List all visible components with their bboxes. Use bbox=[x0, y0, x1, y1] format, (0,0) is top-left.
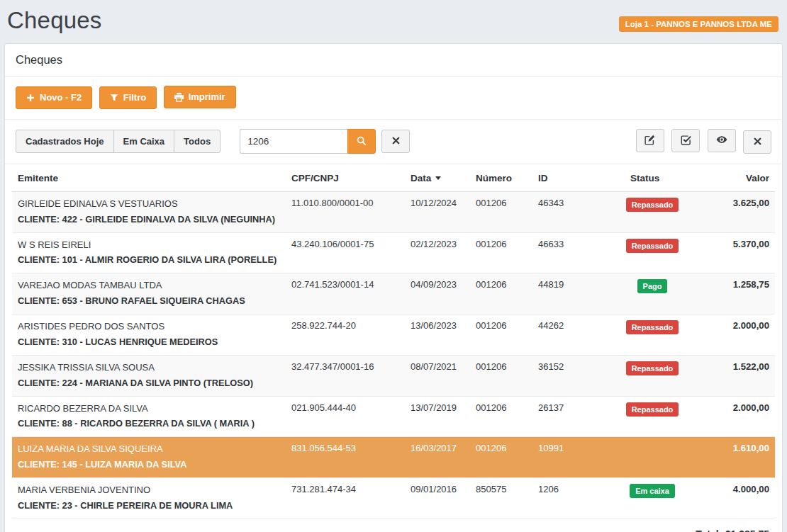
edit-button[interactable] bbox=[636, 129, 664, 152]
emitente-name: GIRLEIDE EDINALVA S VESTUARIOS bbox=[18, 198, 280, 211]
filter-icon bbox=[110, 94, 118, 102]
panel-header: Cheques bbox=[5, 44, 782, 77]
cpf-cnpj-value: 831.056.544-53 bbox=[286, 437, 405, 478]
filter-tab-todos[interactable]: Todos bbox=[174, 130, 221, 154]
status-badge: Repassado bbox=[626, 361, 679, 375]
table-header-row: Emitente CPF/CNPJ Data Número ID Status … bbox=[12, 164, 775, 192]
cliente-info: CLIENTE: 145 - LUIZA MARIA DA SILVA bbox=[18, 458, 280, 471]
cheque-id: 44819 bbox=[532, 273, 609, 315]
cliente-info: CLIENTE: 101 - ALMIR ROGERIO DA SILVA LI… bbox=[18, 254, 280, 266]
table-row[interactable]: ARISTIDES PEDRO DOS SANTOS CLIENTE: 310 … bbox=[12, 315, 775, 356]
cheque-value: 1.610,00 bbox=[696, 437, 775, 478]
cheque-date: 16/03/2017 bbox=[405, 437, 470, 478]
table-row[interactable]: GIRLEIDE EDINALVA S VESTUARIOS CLIENTE: … bbox=[12, 191, 775, 232]
new-button[interactable]: Novo - F2 bbox=[16, 86, 92, 109]
select-button[interactable] bbox=[671, 129, 700, 152]
status-badge: Pago bbox=[637, 279, 668, 293]
cheque-value: 1.522,00 bbox=[696, 355, 775, 396]
quick-filter-group: Cadastrados Hoje Em Caixa Todos bbox=[16, 130, 221, 154]
col-header-status[interactable]: Status bbox=[609, 164, 696, 192]
col-header-valor[interactable]: Valor bbox=[696, 164, 775, 192]
cpf-cnpj-value: 258.922.744-20 bbox=[286, 315, 405, 356]
cheque-id: 46343 bbox=[532, 191, 609, 232]
cheque-number: 850575 bbox=[470, 478, 532, 519]
cheque-value: 4.000,00 bbox=[696, 478, 775, 519]
cliente-info: CLIENTE: 88 - RICARDO BEZERRA DA SILVA (… bbox=[18, 417, 280, 430]
cheque-number: 001206 bbox=[470, 191, 532, 232]
emitente-name: ARISTIDES PEDRO DOS SANTOS bbox=[18, 320, 280, 334]
check-square-icon bbox=[681, 135, 691, 148]
print-button[interactable]: Imprimir bbox=[164, 86, 236, 108]
cpf-cnpj-value: 43.240.106/0001-75 bbox=[286, 232, 405, 273]
cheque-value: 5.370,00 bbox=[696, 232, 775, 273]
total-label: Total bbox=[696, 528, 718, 532]
cheques-panel: Cheques Novo - F2 Filtro Imprimir bbox=[4, 43, 783, 532]
cheque-date: 08/07/2021 bbox=[405, 355, 470, 396]
col-header-emitente[interactable]: Emitente bbox=[12, 164, 286, 192]
cheque-date: 04/09/2023 bbox=[405, 273, 470, 315]
cheque-number: 001206 bbox=[470, 273, 532, 315]
status-badge: Em caixa bbox=[630, 484, 675, 498]
emitente-name: LUIZA MARIA DA SILVA SIQUEIRA bbox=[18, 443, 280, 456]
table-row[interactable]: VAREJAO MODAS TAMBAU LTDA CLIENTE: 653 -… bbox=[12, 273, 775, 315]
cpf-cnpj-value: 02.741.523/0001-14 bbox=[286, 273, 405, 315]
cheque-id: 46633 bbox=[532, 232, 609, 273]
cpf-cnpj-value: 021.905.444-40 bbox=[286, 396, 405, 437]
cheques-table: Emitente CPF/CNPJ Data Número ID Status … bbox=[5, 164, 782, 532]
cliente-info: CLIENTE: 422 - GIRLEIDE EDINALVA DA SILV… bbox=[18, 213, 280, 226]
store-badge[interactable]: Loja 1 - PANNOS E PANNOS LTDA ME bbox=[619, 16, 778, 32]
cliente-info: CLIENTE: 653 - BRUNO RAFAEL SIQUEIRA CHA… bbox=[18, 295, 280, 307]
cheque-number: 001206 bbox=[470, 232, 532, 273]
cliente-info: CLIENTE: 23 - CHIRLE PEREIRA DE MOURA LI… bbox=[18, 499, 280, 512]
eye-icon bbox=[716, 134, 727, 148]
cheque-date: 13/07/2019 bbox=[405, 396, 470, 437]
filter-button-label: Filtro bbox=[123, 93, 147, 103]
delete-button[interactable] bbox=[743, 130, 771, 154]
emitente-name: W S REIS EIRELI bbox=[18, 239, 280, 252]
cheque-date: 10/12/2024 bbox=[405, 191, 470, 232]
filter-button[interactable]: Filtro bbox=[99, 86, 157, 109]
cheque-value: 2.000,00 bbox=[696, 396, 775, 437]
cheque-number: 001206 bbox=[470, 315, 532, 356]
printer-icon bbox=[174, 93, 184, 102]
emitente-name: RICARDO BEZERRA DA SILVA bbox=[18, 402, 280, 416]
col-header-numero[interactable]: Número bbox=[470, 164, 532, 192]
cheque-value: 1.258,75 bbox=[696, 273, 775, 315]
edit-icon bbox=[644, 135, 655, 148]
search-button[interactable] bbox=[347, 129, 376, 154]
table-row[interactable]: RICARDO BEZERRA DA SILVA CLIENTE: 88 - R… bbox=[12, 396, 775, 437]
col-header-id[interactable]: ID bbox=[532, 164, 609, 192]
clear-search-button[interactable] bbox=[381, 130, 410, 153]
print-button-label: Imprimir bbox=[189, 92, 225, 102]
close-icon bbox=[754, 137, 761, 148]
search-group bbox=[240, 129, 376, 154]
status-badge: Repassado bbox=[626, 320, 679, 334]
total-value: 21.385,75 bbox=[725, 528, 769, 532]
emitente-name: MARIA VERBENIA JOVENTINO bbox=[18, 484, 280, 497]
col-header-data-label: Data bbox=[411, 173, 431, 183]
view-button[interactable] bbox=[708, 129, 736, 152]
cheque-value: 2.000,00 bbox=[696, 315, 775, 356]
table-row[interactable]: W S REIS EIRELI CLIENTE: 101 - ALMIR ROG… bbox=[12, 232, 775, 273]
toolbar: Novo - F2 Filtro Imprimir bbox=[5, 77, 782, 120]
table-row[interactable]: JESSIKA TRISSIA SILVA SOUSA CLIENTE: 224… bbox=[12, 355, 775, 396]
page-title: Cheques bbox=[7, 7, 102, 34]
filter-tab-cadastrados-hoje[interactable]: Cadastrados Hoje bbox=[16, 130, 114, 154]
search-input[interactable] bbox=[240, 129, 347, 154]
filter-tab-em-caixa[interactable]: Em Caixa bbox=[113, 130, 175, 154]
cheque-id: 10991 bbox=[532, 437, 609, 478]
cheques-table-body: GIRLEIDE EDINALVA S VESTUARIOS CLIENTE: … bbox=[12, 191, 775, 519]
cliente-info: CLIENTE: 224 - MARIANA DA SILVA PINTO (T… bbox=[18, 377, 280, 390]
cheque-number: 001206 bbox=[470, 355, 532, 396]
cliente-info: CLIENTE: 310 - LUCAS HENRIQUE MEDEIROS bbox=[18, 336, 280, 349]
col-header-cpf-cnpj[interactable]: CPF/CNPJ bbox=[286, 164, 405, 192]
status-badge: Repassado bbox=[626, 198, 679, 212]
cheque-id: 36152 bbox=[532, 355, 609, 396]
col-header-data[interactable]: Data bbox=[405, 164, 470, 192]
table-row[interactable]: MARIA VERBENIA JOVENTINO CLIENTE: 23 - C… bbox=[12, 478, 775, 519]
search-icon bbox=[357, 136, 367, 146]
table-row[interactable]: LUIZA MARIA DA SILVA SIQUEIRA CLIENTE: 1… bbox=[12, 437, 775, 478]
cpf-cnpj-value: 11.010.800/0001-00 bbox=[286, 191, 405, 232]
cheque-date: 09/01/2016 bbox=[405, 478, 470, 519]
new-button-label: Novo - F2 bbox=[40, 93, 82, 103]
